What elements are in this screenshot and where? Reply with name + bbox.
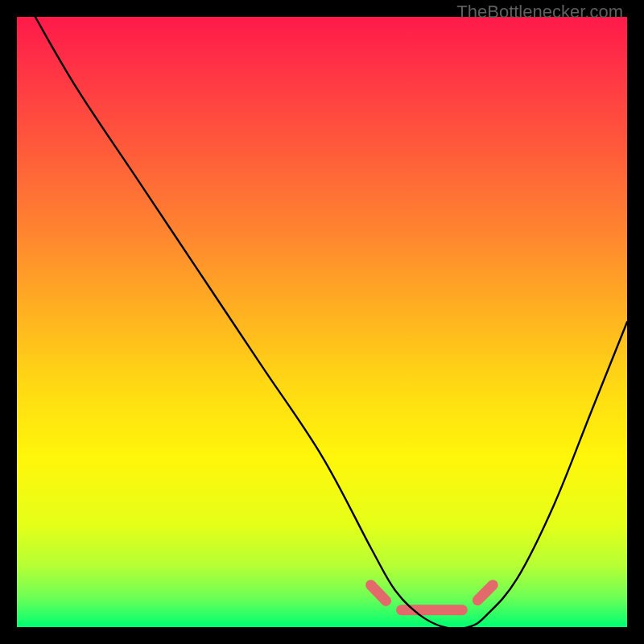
watermark-text: TheBottlenecker.com	[456, 2, 623, 23]
chart-frame	[17, 17, 627, 627]
gradient-background	[17, 17, 627, 627]
bottleneck-chart	[17, 17, 627, 627]
